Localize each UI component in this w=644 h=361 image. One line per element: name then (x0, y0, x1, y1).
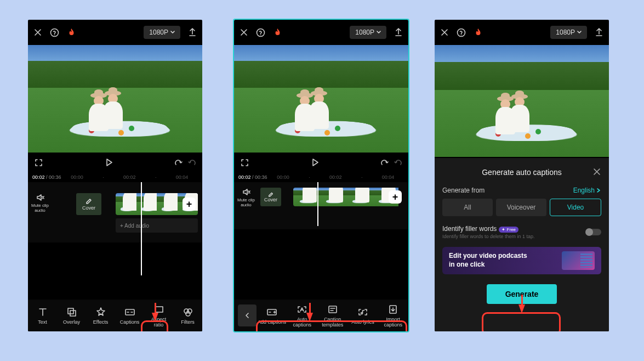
add-clip-button[interactable]: + (389, 190, 402, 204)
arrow-to-captions (152, 313, 158, 321)
export-icon[interactable] (188, 28, 197, 37)
flame-icon[interactable] (273, 28, 282, 37)
source-voiceover[interactable]: Voiceover (496, 199, 546, 216)
player-controls (234, 153, 408, 172)
video-preview[interactable] (435, 45, 609, 157)
play-icon[interactable] (43, 158, 175, 167)
flame-icon[interactable] (67, 28, 76, 37)
cover-button[interactable]: Cover (260, 188, 281, 206)
timeline[interactable]: Mute clip audio Cover + (234, 182, 408, 229)
generate-from-row: Generate from English (442, 187, 601, 194)
close-icon[interactable] (33, 28, 42, 37)
source-video[interactable]: Video (550, 199, 601, 216)
editor-screen-2: 1080P 00:02 / 00:36 00:00·00:02·00:04 Mu… (234, 20, 408, 331)
editor-screen-1: 1080P 00:02 / 00:36 00:00·00:02·00:04 Mu… (28, 20, 202, 331)
source-segmented-control: All Voiceover Video (442, 199, 601, 216)
undo-icon[interactable] (381, 159, 389, 167)
playhead[interactable] (141, 182, 142, 275)
help-icon[interactable] (457, 28, 466, 37)
close-icon[interactable] (240, 28, 248, 37)
mute-clip-button[interactable]: Mute clip audio (234, 188, 258, 207)
close-sheet-icon[interactable] (592, 167, 601, 178)
play-icon[interactable] (249, 158, 381, 167)
svg-point-0 (51, 29, 59, 36)
resolution-button[interactable]: 1080P (144, 26, 180, 39)
player-controls (28, 153, 202, 172)
video-preview[interactable] (234, 45, 408, 153)
tool-add-captions[interactable]: Add captions (257, 307, 287, 325)
filler-subtitle: Identify filler words to delete them in … (442, 234, 535, 239)
promo-banner[interactable]: Edit your video podcastsin one click (442, 247, 601, 274)
time-display: 00:02 / 00:36 00:00·00:02·00:04 (234, 172, 408, 182)
tool-text[interactable]: Text (30, 307, 55, 325)
tool-overlay[interactable]: Overlay (59, 307, 84, 325)
video-preview[interactable] (28, 45, 202, 153)
tool-caption-templates[interactable]: Caption templates (318, 304, 347, 328)
tool-aspect-ratio[interactable]: Aspect ratio (146, 304, 172, 328)
close-icon[interactable] (440, 28, 449, 37)
editor-screen-3: 1080P Generate auto captions Generate fr… (435, 20, 609, 331)
fullscreen-icon[interactable] (241, 159, 249, 167)
timeline[interactable]: Mute clip audio Cover + + Add audio (28, 182, 202, 242)
promo-text: Edit your video podcastsin one click (449, 252, 527, 269)
free-badge: ✦ Free (499, 227, 518, 233)
fullscreen-icon[interactable] (35, 159, 43, 167)
back-button[interactable] (238, 304, 257, 326)
resolution-button[interactable]: 1080P (350, 26, 386, 39)
top-bar: 1080P (234, 20, 408, 45)
video-clip[interactable] (293, 188, 404, 206)
filler-toggle[interactable] (586, 229, 601, 235)
add-clip-button[interactable]: + (183, 198, 196, 211)
tool-filters[interactable]: Filters (175, 307, 201, 325)
sheet-header: Generate auto captions (442, 165, 601, 180)
tool-captions[interactable]: Captions (117, 307, 143, 325)
language-selector[interactable]: English (573, 187, 601, 194)
export-icon[interactable] (394, 28, 403, 37)
redo-icon[interactable] (394, 159, 402, 167)
cover-button[interactable]: Cover (76, 193, 101, 215)
svg-rect-2 (70, 311, 76, 316)
svg-rect-1 (68, 308, 73, 314)
captions-toolbar: Add captions Auto captions Caption templ… (234, 300, 408, 331)
top-bar: 1080P (435, 20, 609, 45)
generate-from-label: Generate from (442, 187, 485, 194)
svg-point-8 (257, 29, 265, 36)
promo-image (562, 251, 595, 270)
sheet-title: Generate auto captions (482, 168, 562, 177)
help-icon[interactable] (50, 28, 59, 37)
undo-icon[interactable] (175, 159, 183, 167)
tool-import-captions[interactable]: Import captions (378, 304, 408, 328)
filler-title: Identify filler words✦ Free (442, 225, 535, 233)
add-audio-row[interactable]: + Add audio (116, 218, 198, 233)
arrow-to-generate (518, 304, 525, 313)
top-bar: 1080P (28, 20, 202, 45)
arrow-to-auto-captions (306, 313, 313, 321)
tool-auto-lyrics[interactable]: Auto lyrics (348, 307, 378, 325)
filler-words-row: Identify filler words✦ Free Identify fil… (442, 225, 601, 239)
playhead[interactable] (317, 182, 318, 226)
bottom-toolbar: Text Overlay Effects Captions Aspect rat… (28, 300, 202, 331)
help-icon[interactable] (256, 28, 265, 37)
resolution-button[interactable]: 1080P (550, 26, 587, 39)
tool-effects[interactable]: Effects (88, 307, 113, 325)
svg-rect-10 (329, 306, 337, 313)
svg-point-13 (458, 29, 465, 36)
mute-clip-button[interactable]: Mute clip audio (28, 193, 52, 213)
svg-rect-4 (155, 307, 163, 312)
export-icon[interactable] (595, 28, 603, 37)
flame-icon[interactable] (474, 28, 483, 37)
redo-icon[interactable] (187, 159, 196, 167)
time-display: 00:02 / 00:36 00:00·00:02·00:04 (28, 172, 202, 182)
source-all[interactable]: All (442, 199, 493, 216)
